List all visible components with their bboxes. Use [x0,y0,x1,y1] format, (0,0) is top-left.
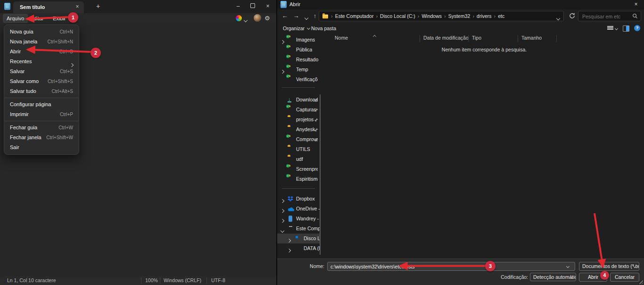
sort-ascending-icon[interactable] [373,33,376,39]
gear-icon[interactable]: ⚙ [264,14,270,22]
cancel-button[interactable]: Cancelar [610,273,639,282]
dialog-close-button[interactable]: × [630,0,642,9]
menu-item-configurar-pagina[interactable]: Configurar página [4,100,79,109]
search-box[interactable] [578,11,641,21]
sidebar-item-phone[interactable]: Wandrey - Galax [277,214,320,224]
recent-locations-chevron-icon[interactable] [302,13,311,22]
status-zoom[interactable]: 100% [145,276,158,285]
search-input[interactable] [581,12,630,21]
menu-editar[interactable]: Editar [26,14,48,23]
column-divider[interactable] [468,35,469,42]
new-tab-button[interactable]: + [93,2,103,11]
sidebar-item-utils[interactable]: UTILS [277,144,320,154]
view-chevron-icon[interactable] [615,27,618,30]
sidebar-item-anydesk[interactable]: Anydesk [277,125,320,134]
column-divider[interactable] [518,35,518,42]
menu-item-nova-janela[interactable]: Nova janela Ctrl+Shift+N [4,37,79,47]
sidebar-item-dropbox[interactable]: Dropbox [277,194,320,204]
menu-item-sair[interactable]: Sair [4,142,79,152]
address-dropdown-chevron-icon[interactable] [557,15,560,21]
refresh-icon[interactable] [569,12,576,20]
column-header-tipo[interactable]: Tipo [472,35,481,41]
sidebar-item-projetos[interactable]: projetos [277,115,320,125]
column-header-data[interactable]: Data de modificação [423,35,469,41]
file-type-select[interactable]: Documentos de texto (*.txt) [579,262,639,271]
menu-item-fechar-guia[interactable]: Fechar guia Ctrl+W [4,123,79,133]
breadcrumb-segment[interactable]: drivers [477,13,492,19]
breadcrumb-segment[interactable]: Este Computador [335,13,374,19]
column-header-tamanho[interactable]: Tamanho [521,35,542,41]
close-button[interactable]: × [262,0,274,13]
sidebar-scrollbar[interactable] [320,94,321,255]
expand-chevron-icon[interactable] [288,247,290,253]
encoding-select[interactable]: Detecção automática [530,273,576,281]
sidebar-item-imagens[interactable]: ✓ Imagens [277,35,320,45]
breadcrumb-separator: › [472,13,474,19]
help-icon[interactable]: ? [634,25,640,31]
up-button[interactable]: ↑ [310,11,320,21]
sidebar-item-udf[interactable]: udf [277,154,320,164]
status-eol[interactable]: Windows (CRLF) [164,276,201,285]
minimize-button[interactable]: – [232,0,244,13]
expand-chevron-icon[interactable] [281,198,284,203]
notepad-tab[interactable]: Sem título × [13,1,84,13]
sidebar-item-comprovant[interactable]: ✓ Comprovant [277,134,320,144]
new-folder-button[interactable]: Nova pasta [311,25,336,32]
menu-item-recentes[interactable]: Recentes [4,57,79,67]
expand-chevron-icon[interactable] [281,208,284,213]
menu-item-abrir[interactable]: Abrir Ctrl+O [4,47,79,57]
menu-item-fechar-janela[interactable]: Fechar janela Ctrl+Shift+W [4,133,79,142]
breadcrumb-segment[interactable]: System32 [448,13,471,19]
breadcrumb-segment[interactable]: Windows [421,13,442,19]
expand-chevron-icon[interactable] [281,218,284,223]
column-divider[interactable] [556,35,557,42]
menu-item-salvar-como[interactable]: Salvar como Ctrl+Shift+S [4,76,79,86]
expand-chevron-icon[interactable] [288,237,290,243]
view-list-icon[interactable] [607,26,613,31]
menu-item-label: Nova janela [10,37,37,47]
sidebar-item-label: UTILS [296,146,310,152]
avatar[interactable] [254,14,261,22]
menu-item-salvar-tudo[interactable]: Salvar tudo Ctrl+Alt+S [4,86,79,96]
expand-chevron-icon[interactable] [281,39,284,44]
copilot-chevron-icon[interactable] [244,17,247,23]
menu-item-salvar[interactable]: Salvar Ctrl+S [4,67,79,76]
menu-item-shortcut: Ctrl+O [59,47,73,57]
divider [27,277,27,284]
sidebar-item-data-d[interactable]: DATA (D:) [277,243,320,253]
menu-arquivo[interactable]: Arquivo [3,14,28,23]
preview-pane-icon[interactable] [623,25,629,32]
address-bar[interactable]: › Este Computador › Disco Local (C:) › W… [319,11,564,21]
sidebar-item-publica[interactable]: ✓ Pública [277,45,320,55]
sidebar-item-onedrive[interactable]: OneDrive - UNIM [277,204,320,214]
organize-button[interactable]: Organizar [283,25,310,32]
column-header-nome[interactable]: Nome [335,35,348,41]
copilot-icon[interactable] [236,15,242,21]
folder-icon [322,15,328,19]
sidebar-item-verificacoes[interactable]: ✓ Verificações [277,75,320,84]
resize-grip[interactable] [639,280,643,284]
collapse-chevron-icon[interactable] [281,227,284,233]
forward-button[interactable]: → [291,11,301,21]
file-list[interactable] [324,43,644,259]
sidebar-item-resultado-aval[interactable]: ✓ Resultado aval [277,55,320,65]
sidebar-item-screenpresso[interactable]: ✓ Screenpresso [277,164,320,174]
filename-input[interactable] [327,262,575,271]
menu-item-imprimir[interactable]: Imprimir Ctrl+P [4,109,79,119]
status-encoding[interactable]: UTF-8 [211,276,225,285]
menu-item-nova-guia[interactable]: Nova guia Ctrl+N [4,27,79,37]
menu-exibir[interactable]: Exibir [49,14,70,23]
breadcrumb-segment[interactable]: etc [498,13,504,19]
breadcrumb-segment[interactable]: Disco Local (C:) [380,13,415,19]
tab-close-icon[interactable]: × [74,3,81,11]
sidebar-item-downloads[interactable]: ↓ Downloads [277,95,320,105]
back-button[interactable]: ← [280,11,289,21]
maximize-button[interactable] [247,0,259,13]
expand-chevron-icon[interactable] [281,68,284,74]
sidebar-item-capturas[interactable]: ✓ Capturas de t [277,105,320,115]
sidebar-item-disco-local-c[interactable]: Disco Local (C: [277,234,320,243]
sidebar-item-temp[interactable]: ✓ Temp [277,65,320,75]
sidebar-item-espiritismo[interactable]: ✓ Espiritismo [277,174,320,184]
sidebar-item-este-computador[interactable]: Este Computado [277,224,320,234]
column-divider[interactable] [420,35,420,42]
